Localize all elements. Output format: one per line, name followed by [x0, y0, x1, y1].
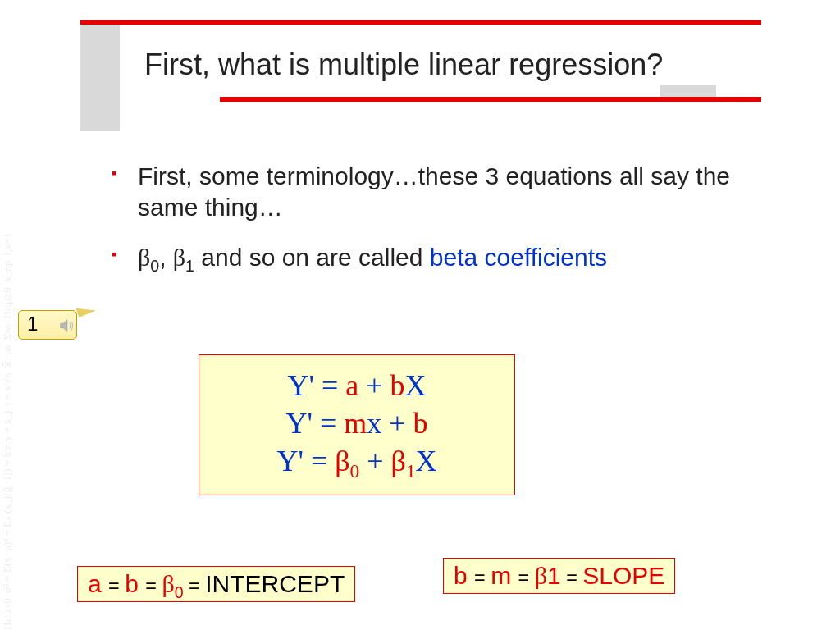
slope-sub1: 1 — [547, 562, 561, 589]
int-a: a — [88, 570, 108, 597]
slope-eq2: = — [518, 567, 535, 588]
slope-m: m — [491, 562, 518, 589]
eq1-x: X — [405, 369, 427, 402]
equations-box: Y' = a + bX Y' = mx + b Y' = β0 + β1X — [199, 354, 515, 495]
eq-row-2: Y' = mx + b — [214, 406, 500, 441]
gray-block-left — [80, 25, 120, 131]
int-b: b — [125, 570, 145, 597]
eq3-plus: + — [359, 445, 390, 477]
eq3-y: Y' = — [276, 445, 335, 477]
slope-eq3: = — [561, 567, 583, 588]
int-sub0: 0 — [175, 583, 184, 601]
eq-row-1: Y' = a + bX — [214, 368, 500, 403]
eq2-x: x — [367, 407, 381, 440]
slide-title: First, what is multiple linear regressio… — [144, 48, 663, 82]
eq3-beta1: β — [391, 445, 406, 477]
comma: , — [159, 244, 173, 271]
eq1-a: a — [345, 369, 358, 402]
eq2-b: b — [413, 407, 428, 440]
eq3-beta0: β — [335, 445, 349, 477]
beta0-symbol: β — [138, 244, 150, 271]
beta1-subscript: 1 — [185, 257, 194, 275]
bullet-1: First, some terminology…these 3 equation… — [112, 161, 751, 222]
rule-top — [80, 20, 761, 25]
eq2-y: Y' = — [285, 407, 344, 440]
eq1-b: b — [390, 369, 405, 402]
intercept-box: a = b = β0 = INTERCEPT — [77, 566, 355, 602]
rule-mid — [220, 97, 761, 102]
bullet2-rest: and so on are called — [194, 244, 430, 271]
slope-word: SLOPE — [582, 562, 664, 589]
bullet-2: β0, β1 and so on are called beta coeffic… — [112, 242, 751, 273]
slope-box: b = m = β1 = SLOPE — [443, 558, 675, 594]
eq1-plus: + — [358, 369, 390, 402]
int-word: INTERCEPT — [205, 570, 345, 597]
beta0-subscript: 0 — [150, 257, 159, 275]
bullet-list: First, some terminology…these 3 equation… — [112, 161, 751, 293]
speaker-icon — [57, 317, 75, 335]
beta1-symbol: β — [173, 244, 185, 271]
callout-tail — [76, 303, 97, 317]
bullet2-term: beta coefficients — [430, 244, 607, 271]
slope-b: b — [454, 562, 474, 589]
eq3-sub0: 0 — [350, 460, 360, 482]
eq1-y: Y' = — [287, 369, 345, 402]
int-eq1: = — [108, 575, 125, 596]
eq3-sub1: 1 — [406, 460, 416, 482]
slope-beta: β — [535, 562, 547, 589]
int-eq2: = — [145, 575, 162, 596]
eq2-plus: + — [381, 407, 413, 440]
eq2-m: m — [344, 407, 367, 440]
slide: First, what is multiple linear regressio… — [0, 0, 840, 630]
int-eq3: = — [184, 575, 206, 596]
slope-eq1: = — [474, 567, 491, 588]
eq3-x: X — [416, 445, 437, 477]
int-beta: β — [162, 570, 174, 597]
eq-row-3: Y' = β0 + β1X — [214, 444, 500, 478]
